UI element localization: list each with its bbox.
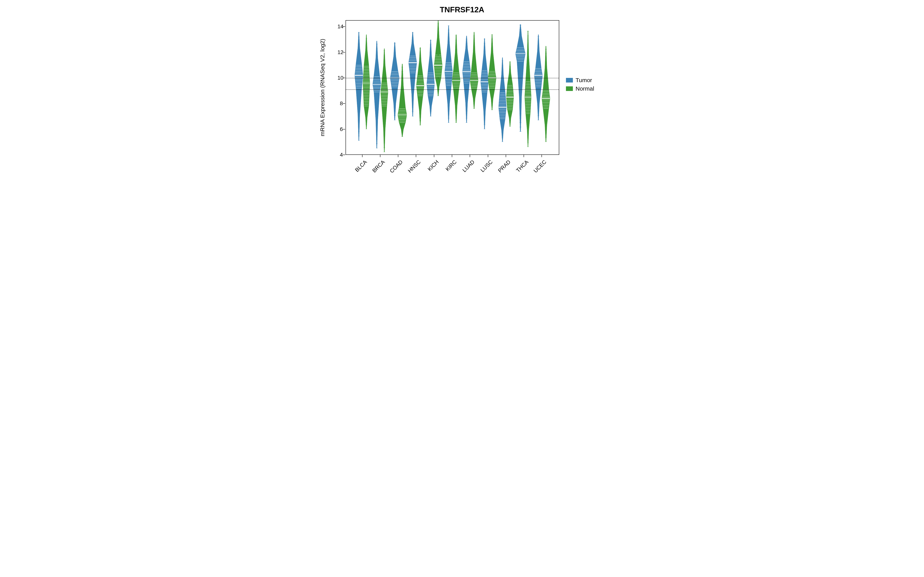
violin-normal [470,32,478,109]
x-tick-label: COAD [383,159,404,179]
reference-line [346,89,559,90]
y-tick-label: 6 [338,126,343,132]
y-tick-label: 10 [338,75,343,81]
reference-line [346,78,559,78]
legend-swatch-tumor [566,78,573,82]
y-tick-label: 4 [338,152,343,158]
x-axis-labels: BLCABRCACOADHNSCKICHKIRCLUADLUSCPRADTHCA… [346,158,559,181]
violin-normal [398,64,407,137]
violin-normal [542,46,550,142]
chart-container: TNFRSF12A mRNA Expression (RNASeq V2, lo… [316,0,608,183]
x-tick-label: HNSC [401,159,422,179]
violin-tumor [481,39,489,129]
violin-plots [346,21,559,155]
x-tick-label: PRAD [491,159,512,179]
y-axis-label: mRNA Expression (RNASeq V2, log2) [318,20,326,155]
violin-normal [525,31,531,147]
violin-tumor [499,58,506,142]
violin-normal [363,35,370,129]
x-tick-label: KIRC [437,159,458,179]
violin-normal [381,49,388,152]
x-tick-label: THCA [509,159,530,179]
x-tick-label: LUSC [473,159,494,179]
y-tick-label: 8 [338,100,343,106]
y-tick-label: 12 [338,49,343,55]
legend: Tumor Normal [566,75,594,94]
violin-tumor [445,26,452,123]
violin-normal [488,35,496,110]
violin-tumor [534,35,543,120]
violin-normal [417,47,424,125]
violin-tumor [355,32,363,140]
violin-normal [452,35,460,122]
legend-item-normal: Normal [566,85,594,92]
violin-normal [434,21,443,96]
x-tick-label: LUAD [455,159,476,179]
violin-normal [506,61,514,126]
violin-tumor [390,42,399,120]
legend-swatch-normal [566,86,573,91]
x-tick-label: BLCA [347,159,368,179]
legend-label: Tumor [575,77,592,84]
chart-title: TNFRSF12A [316,5,608,14]
x-tick-label: BRCA [365,159,386,179]
x-tick-label: UCEC [527,159,548,179]
violin-tumor [409,32,417,116]
violin-tumor [462,36,471,123]
plot-area [346,20,559,155]
legend-item-tumor: Tumor [566,77,594,84]
legend-label: Normal [575,85,594,92]
x-tick-label: KICH [419,159,440,179]
y-tick-label: 14 [338,23,343,30]
